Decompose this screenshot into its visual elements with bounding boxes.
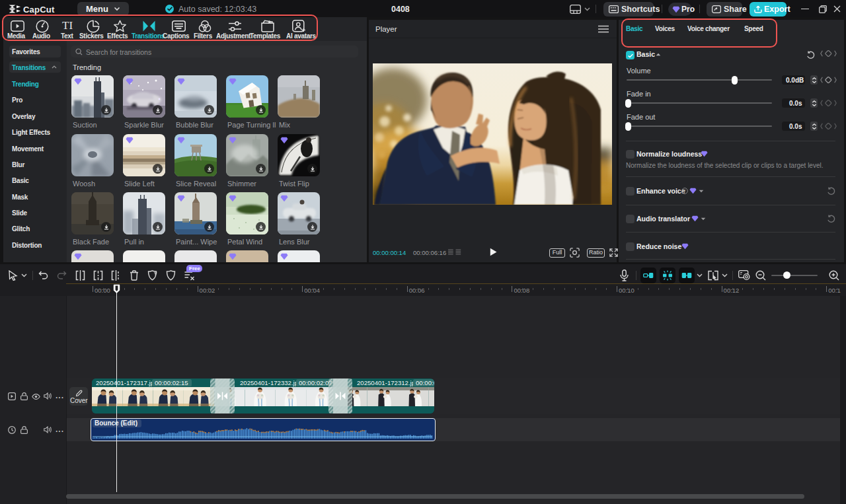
svg-text:20250401-172332.jpg: 20250401-172332.jpg (240, 379, 301, 386)
svg-text:00:00:02:07: 00:00:02:07 (299, 379, 332, 386)
svg-text:00:00:02:15: 00:00:02:15 (155, 379, 188, 386)
svg-text:20250401-172312.jpg: 20250401-172312.jpg (357, 379, 418, 386)
svg-text:20250401-172317.jpg: 20250401-172317.jpg (96, 379, 157, 386)
svg-text:?: ? (683, 188, 686, 193)
svg-text:00:00:01: 00:00:01 (416, 379, 434, 386)
